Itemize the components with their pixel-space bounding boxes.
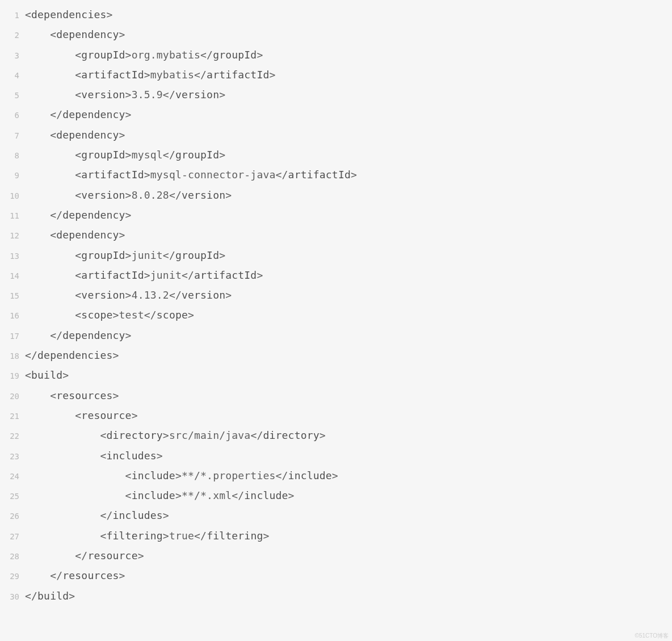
code-line: 13 <groupId>junit</groupId>: [0, 245, 672, 265]
code-line: 26 </includes>: [0, 505, 672, 525]
line-number: 27: [0, 527, 25, 547]
code-line: 23 <includes>: [0, 446, 672, 466]
line-number: 9: [0, 166, 25, 186]
line-number: 16: [0, 306, 25, 326]
code-line: 12 <dependency>: [0, 225, 672, 245]
code-line: 11 </dependency>: [0, 205, 672, 225]
code-content: <dependencies>: [25, 5, 113, 24]
line-number: 23: [0, 447, 25, 467]
line-number: 25: [0, 487, 25, 506]
code-content: <version>3.5.9</version>: [25, 85, 225, 104]
code-content: <artifactId>mysql-connector-java</artifa…: [25, 165, 357, 185]
code-line: 27 <filtering>true</filtering>: [0, 526, 672, 546]
code-line: 29 </resources>: [0, 565, 672, 585]
code-content: <includes>: [25, 446, 163, 466]
code-content: <artifactId>junit</artifactId>: [25, 265, 263, 285]
code-content: </resources>: [25, 565, 125, 585]
line-number: 20: [0, 387, 25, 407]
code-line: 1<dependencies>: [0, 5, 672, 24]
line-number: 10: [0, 186, 25, 206]
line-number: 3: [0, 46, 25, 66]
code-content: <dependency>: [25, 24, 125, 44]
line-number: 29: [0, 567, 25, 586]
code-content: <groupId>mysql</groupId>: [25, 145, 225, 165]
line-number: 18: [0, 346, 25, 366]
code-line: 10 <version>8.0.28</version>: [0, 185, 672, 205]
line-number: 11: [0, 206, 25, 226]
code-line: 7 <dependency>: [0, 125, 672, 145]
line-number: 8: [0, 146, 25, 166]
code-line: 30</build>: [0, 586, 672, 606]
line-number: 6: [0, 106, 25, 125]
line-number: 1: [0, 6, 25, 26]
code-content: <version>4.13.2</version>: [25, 285, 232, 305]
code-content: <resource>: [25, 405, 138, 425]
code-line: 17 </dependency>: [0, 325, 672, 345]
code-line: 24 <include>**/*.properties</include>: [0, 466, 672, 485]
code-line: 5 <version>3.5.9</version>: [0, 85, 672, 104]
code-content: <build>: [25, 365, 69, 385]
code-line: 8 <groupId>mysql</groupId>: [0, 145, 672, 165]
code-content: <include>**/*.properties</include>: [25, 466, 338, 485]
code-line: 4 <artifactId>mybatis</artifactId>: [0, 65, 672, 85]
line-number: 12: [0, 226, 25, 246]
code-content: </includes>: [25, 505, 169, 525]
line-number: 28: [0, 547, 25, 567]
code-line: 6 </dependency>: [0, 104, 672, 124]
code-content: <artifactId>mybatis</artifactId>: [25, 65, 276, 85]
code-line: 18</dependencies>: [0, 345, 672, 365]
line-number: 21: [0, 407, 25, 426]
code-content: <directory>src/main/java</directory>: [25, 425, 326, 445]
code-content: <groupId>junit</groupId>: [25, 245, 225, 265]
code-content: <resources>: [25, 386, 119, 405]
code-line: 14 <artifactId>junit</artifactId>: [0, 265, 672, 285]
code-line: 28 </resource>: [0, 546, 672, 565]
line-number: 26: [0, 506, 25, 526]
code-line: 22 <directory>src/main/java</directory>: [0, 425, 672, 445]
line-number: 24: [0, 467, 25, 487]
line-number: 2: [0, 26, 25, 45]
code-content: <include>**/*.xml</include>: [25, 485, 295, 505]
code-content: <filtering>true</filtering>: [25, 526, 270, 546]
line-number: 7: [0, 126, 25, 146]
code-content: <dependency>: [25, 225, 125, 245]
code-line: 15 <version>4.13.2</version>: [0, 285, 672, 305]
code-content: <scope>test</scope>: [25, 305, 194, 325]
line-number: 17: [0, 326, 25, 346]
code-block: 1<dependencies>2 <dependency>3 <groupId>…: [0, 5, 672, 606]
code-line: 16 <scope>test</scope>: [0, 305, 672, 325]
line-number: 22: [0, 426, 25, 446]
code-line: 19<build>: [0, 365, 672, 385]
code-content: <dependency>: [25, 125, 125, 145]
code-line: 2 <dependency>: [0, 24, 672, 44]
code-line: 20 <resources>: [0, 386, 672, 405]
line-number: 13: [0, 246, 25, 266]
code-line: 21 <resource>: [0, 405, 672, 425]
code-content: </dependency>: [25, 325, 132, 345]
code-line: 3 <groupId>org.mybatis</groupId>: [0, 45, 672, 65]
code-content: </resource>: [25, 546, 144, 565]
code-content: </dependency>: [25, 104, 132, 124]
line-number: 19: [0, 366, 25, 386]
code-content: </dependencies>: [25, 345, 119, 365]
line-number: 15: [0, 286, 25, 306]
code-content: </dependency>: [25, 205, 132, 225]
line-number: 4: [0, 66, 25, 86]
code-content: <version>8.0.28</version>: [25, 185, 232, 205]
line-number: 14: [0, 266, 25, 286]
code-content: <groupId>org.mybatis</groupId>: [25, 45, 263, 65]
code-content: </build>: [25, 586, 75, 606]
line-number: 5: [0, 86, 25, 106]
code-line: 25 <include>**/*.xml</include>: [0, 485, 672, 505]
line-number: 30: [0, 587, 25, 607]
code-line: 9 <artifactId>mysql-connector-java</arti…: [0, 165, 672, 185]
